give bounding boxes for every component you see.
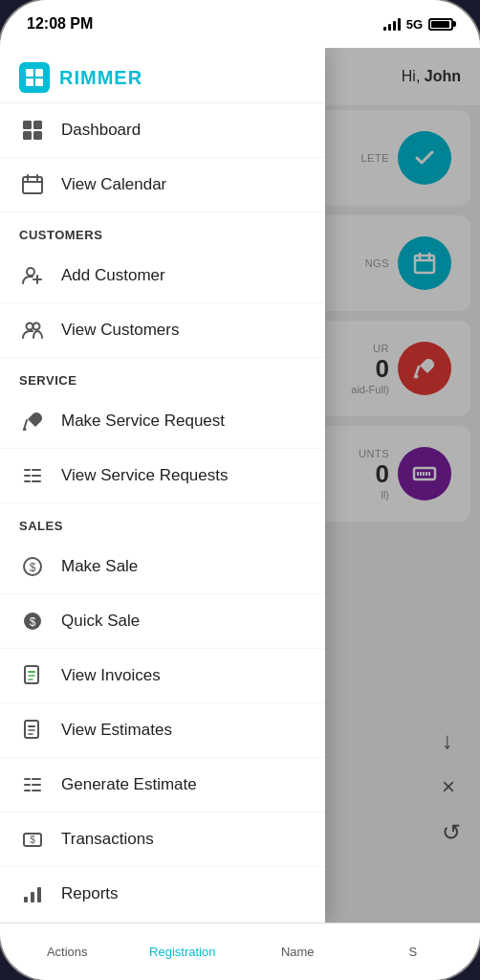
dashboard-icon (19, 117, 46, 144)
generate-estimate-label: Generate Estimate (61, 775, 197, 794)
tab-registration[interactable]: Registration (125, 945, 241, 959)
svg-rect-58 (31, 892, 34, 902)
section-header-service: SERVICE (0, 358, 325, 394)
view-customers-icon (19, 317, 46, 344)
menu-item-view-calendar[interactable]: View Calendar (0, 158, 325, 212)
tab-registration-label: Registration (149, 945, 215, 959)
svg-text:$: $ (30, 835, 35, 845)
status-bar: 12:08 PM 5G (0, 0, 480, 48)
status-right: 5G (383, 17, 453, 32)
tab-bar: Actions Registration Name S (0, 923, 480, 980)
section-title-customers: CUSTOMERS (19, 228, 102, 242)
transactions-label: Transactions (61, 830, 154, 849)
menu-item-make-sale[interactable]: $ Make Sale (0, 540, 325, 594)
svg-rect-12 (26, 69, 33, 77)
tab-s-label: S (408, 945, 417, 959)
calendar-icon (19, 171, 46, 198)
menu-item-view-estimates[interactable]: View Estimates (0, 703, 325, 758)
menu-item-view-customers[interactable]: View Customers (0, 303, 325, 358)
tab-s[interactable]: S (356, 945, 471, 959)
menu-item-dashboard[interactable]: Dashboard (0, 103, 325, 158)
battery-icon (428, 18, 453, 31)
add-customer-icon (19, 262, 46, 289)
make-sale-label: Make Sale (61, 557, 138, 576)
svg-point-27 (27, 323, 33, 330)
view-invoices-label: View Invoices (61, 666, 161, 685)
logo-icon (19, 62, 50, 93)
make-sale-icon: $ (19, 553, 46, 580)
svg-point-30 (24, 428, 27, 431)
tab-name[interactable]: Name (240, 945, 356, 959)
svg-rect-45 (25, 721, 38, 738)
svg-point-24 (27, 268, 34, 276)
menu-item-reports[interactable]: Reports (0, 867, 325, 922)
tab-name-label: Name (281, 945, 315, 959)
make-service-request-label: Make Service Request (61, 412, 225, 431)
svg-rect-15 (35, 78, 43, 86)
menu-item-transactions[interactable]: $ Transactions (0, 813, 325, 867)
quick-sale-label: Quick Sale (61, 612, 140, 631)
menu-item-view-invoices[interactable]: View Invoices (0, 649, 325, 703)
section-header-sales: SALES (0, 503, 325, 540)
view-customers-label: View Customers (61, 321, 179, 340)
menu-item-generate-estimate[interactable]: Generate Estimate (0, 758, 325, 813)
network-label: 5G (406, 17, 423, 32)
dashboard-label: Dashboard (61, 121, 141, 140)
menu-item-quick-sale[interactable]: $ Quick Sale (0, 594, 325, 649)
tab-actions-label: Actions (47, 945, 88, 959)
svg-point-28 (33, 323, 40, 330)
quick-sale-icon: $ (19, 608, 46, 635)
section-title-service: SERVICE (19, 373, 76, 388)
menu-item-add-customer[interactable]: Add Customer (0, 249, 325, 303)
svg-rect-59 (37, 887, 41, 902)
svg-rect-14 (26, 78, 33, 86)
svg-rect-13 (35, 69, 43, 77)
svg-text:$: $ (30, 615, 36, 629)
menu-item-make-service-request[interactable]: Make Service Request (0, 394, 325, 449)
signal-icon (383, 17, 401, 31)
view-estimates-label: View Estimates (61, 721, 172, 740)
svg-rect-20 (23, 177, 42, 193)
generate-estimate-icon (19, 771, 46, 798)
svg-rect-17 (33, 121, 42, 129)
section-title-sales: SALES (19, 519, 63, 533)
logo-text: RIMMER (59, 67, 142, 89)
svg-rect-19 (33, 131, 42, 140)
svg-rect-57 (24, 897, 28, 902)
add-customer-label: Add Customer (61, 266, 165, 285)
time-display: 12:08 PM (27, 15, 93, 33)
view-service-requests-icon (19, 462, 46, 489)
reports-icon (19, 880, 46, 907)
main-content: Hi, John LETE (0, 48, 480, 923)
section-header-customers: CUSTOMERS (0, 212, 325, 249)
svg-rect-16 (23, 121, 32, 129)
menu-item-view-service-requests[interactable]: View Service Requests (0, 449, 325, 503)
view-calendar-label: View Calendar (61, 175, 166, 194)
view-invoices-icon (19, 662, 46, 689)
transactions-icon: $ (19, 826, 46, 853)
reports-label: Reports (61, 884, 119, 903)
drawer-logo: RIMMER (0, 48, 325, 103)
view-service-requests-label: View Service Requests (61, 466, 229, 485)
tab-actions[interactable]: Actions (10, 945, 125, 959)
svg-text:$: $ (30, 561, 36, 574)
side-drawer: RIMMER Dashboard (0, 48, 325, 923)
svg-rect-18 (23, 131, 32, 140)
phone-frame: 12:08 PM 5G Hi, John (0, 0, 480, 980)
svg-rect-41 (25, 666, 38, 683)
view-estimates-icon (19, 717, 46, 744)
service-request-icon (19, 408, 46, 434)
